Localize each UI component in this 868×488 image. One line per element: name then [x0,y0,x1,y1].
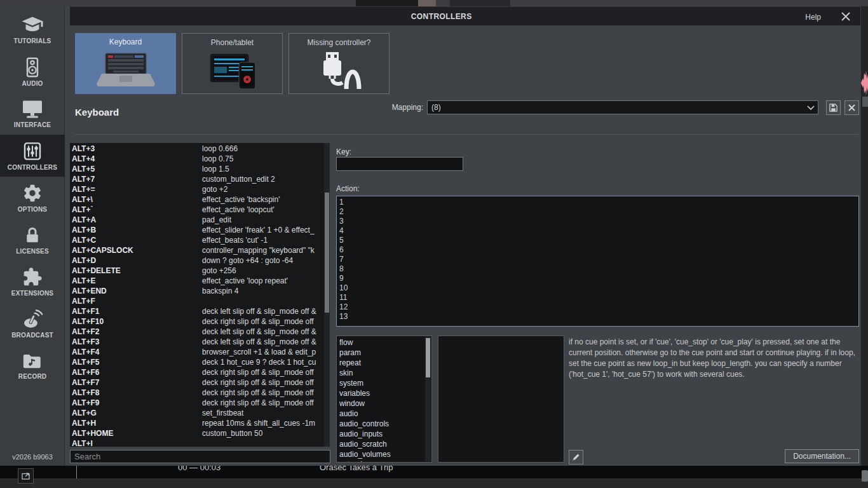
shortcut-row[interactable]: ALT+F4 browser_scroll +1 & load & edit_p [72,347,324,357]
shortcut-row[interactable]: ALT+` effect_active 'loopcut' [72,205,324,215]
shortcut-row[interactable]: ALT+H repeat 10ms & shift_all_cues -1m [72,418,324,428]
shortcut-action: effect_active 'loop repeat' [202,276,288,286]
shortcut-action: effect_slider 'freak' 1 +0 & effect_ [202,225,315,235]
shortcut-row[interactable]: ALT+F8 deck right slip off & slip_mode o… [72,388,324,398]
shortcut-row[interactable]: ALT+3 loop 0.666 [72,144,324,154]
sidebar-item-tutorials[interactable]: TUTORIALS [0,9,65,51]
shortcut-row[interactable]: ALT+F [72,296,324,306]
scrollbar-thumb[interactable] [426,338,430,377]
sidebar-item-record[interactable]: RECORD [0,344,65,386]
shortcut-row[interactable]: ALT+B effect_slider 'freak' 1 +0 & effec… [72,225,324,235]
category-item[interactable]: audio_volumes [339,449,431,459]
sidebar-item-audio[interactable]: AUDIO [0,51,65,93]
shortcut-key: ALT+CAPSLOCK [72,245,202,255]
sidebar-item-extensions[interactable]: EXTENSIONS [0,261,65,302]
shortcut-row[interactable]: ALT+F2 deck left slip off & slip_mode of… [72,327,324,337]
category-item[interactable]: audio [339,409,431,419]
shortcut-key: ALT+C [72,235,202,245]
editor-line-number: 4 [339,226,858,236]
category-item[interactable]: audio_scratch [339,439,431,449]
scrollbar-thumb[interactable] [325,193,329,313]
tab-phone-tablet[interactable]: Phone/tablet [182,33,283,94]
category-item[interactable]: window [339,398,431,409]
shortcut-row[interactable]: ALT+F9 deck right slip off & slip_mode o… [72,398,324,408]
shortcut-action: deck 1 hot_cue 9 ? deck 1 hot_cu [202,357,316,367]
action-sub-list[interactable] [438,336,564,463]
shortcut-row[interactable]: ALT+F1 deck left slip off & slip_mode of… [72,306,324,316]
category-item[interactable]: flow [339,337,431,348]
sidebar-item-licenses[interactable]: LICENSES [0,219,65,261]
shortcut-row[interactable]: ALT+G set_firstbeat [72,408,324,418]
shortcut-key: ALT+= [72,184,202,194]
sidebar-item-label: CONTROLLERS [8,164,57,171]
mixer-faders-icon [22,141,43,161]
category-item[interactable]: param [339,348,431,358]
key-field[interactable] [336,157,463,171]
background-app-top-strip [0,0,868,6]
clipped-time-text: 00 — 00:03 [178,466,270,473]
save-mapping-button[interactable] [826,100,841,115]
shortcut-action: down ? goto +64 : goto -64 [202,255,293,266]
tab-missing-controller[interactable]: Missing controller? [288,33,390,94]
shortcut-row[interactable]: ALT+F7 deck right slip off & slip_mode o… [72,377,324,388]
app-version: v2026 b9063 [0,453,65,461]
shortcut-row[interactable]: ALT+7 custom_button_edit 2 [72,174,324,184]
tab-label: Missing controller? [307,38,370,47]
sidebar-item-controllers[interactable]: CONTROLLERS [0,135,65,177]
help-link[interactable]: Help [805,13,821,22]
documentation-button[interactable]: Documentation... [785,449,859,463]
shortcut-row[interactable]: ALT+4 loop 0.75 [72,154,324,164]
shortcut-list[interactable]: ALT+3 loop 0.666 ALT+4 loop 0.75 ALT+5 l… [70,143,324,447]
shortcut-row[interactable]: ALT+E effect_active 'loop repeat' [72,276,324,286]
shortcut-row[interactable]: ALT+F10 deck right slip off & slip_mode … [72,316,324,327]
editor-line-number: 11 [339,293,858,302]
shortcut-row[interactable]: ALT+HOME custom_button 50 [72,428,324,438]
shortcut-key: ALT+F1 [72,306,202,316]
shortcut-row[interactable]: ALT+= goto +2 [72,184,324,194]
close-icon[interactable] [840,11,851,22]
shortcut-action: browser_scroll +1 & load & edit_p [202,347,316,357]
sidebar-item-broadcast[interactable]: BROADCAST [0,302,65,344]
shortcut-list-scrollbar[interactable] [324,143,330,447]
shortcut-row[interactable]: ALT+F3 deck left slip off & slip_mode of… [72,337,324,347]
category-item[interactable]: variables [339,388,431,398]
sidebar-item-label: OPTIONS [18,206,47,213]
gear-icon [22,183,43,203]
shortcut-row[interactable]: ALT+\ effect_active 'backspin' [72,194,324,205]
shortcut-row[interactable]: ALT+I [72,438,324,447]
edit-action-button[interactable] [569,450,583,464]
shortcut-row[interactable]: ALT+5 loop 1.5 [72,164,324,174]
background-app-right-strip [860,6,868,466]
delete-mapping-button[interactable] [844,100,859,115]
category-item[interactable]: skin [339,368,431,378]
shortcut-row[interactable]: ALT+A pad_edit [72,215,324,225]
category-item[interactable]: audio_inputs [339,429,431,439]
sidebar-item-interface[interactable]: INTERFACE [0,93,65,135]
shortcut-row[interactable]: ALT+C effect_beats 'cut' -1 [72,235,324,245]
shortcut-row[interactable]: ALT+D down ? goto +64 : goto -64 [72,255,324,266]
shortcut-row[interactable]: ALT+DELETE goto +256 [72,266,324,276]
shortcut-action: custom_button 50 [202,428,262,438]
sidebar-item-label: AUDIO [22,80,43,87]
expand-window-button[interactable] [18,468,34,484]
category-item[interactable]: system [339,378,431,388]
category-item[interactable]: repeat [339,358,431,368]
search-input[interactable] [70,450,330,463]
mapping-dropdown[interactable]: (8) [427,100,818,114]
category-item[interactable]: audio_controls [339,419,431,429]
action-category-list[interactable]: flowparamrepeatskinsystemvariableswindow… [336,336,432,463]
shortcut-key: ALT+B [72,225,202,235]
sidebar-item-label: LICENSES [16,248,49,255]
shortcut-key: ALT+G [72,408,202,418]
category-scrollbar[interactable] [425,337,431,461]
shortcut-row[interactable]: ALT+F6 deck right slip off & slip_mode o… [72,367,324,377]
shortcut-row[interactable]: ALT+CAPSLOCK controller_mapping "keyboar… [72,245,324,255]
tab-keyboard[interactable]: Keyboard [75,33,176,94]
action-editor[interactable]: 12345678910111213 [336,196,859,327]
sidebar-item-options[interactable]: OPTIONS [0,177,65,219]
dialog-title: CONTROLLERS [411,12,472,21]
shortcut-row[interactable]: ALT+END backspin 4 [72,286,324,296]
expand-icon [22,472,30,480]
shortcut-row[interactable]: ALT+F5 deck 1 hot_cue 9 ? deck 1 hot_cu [72,357,324,367]
category-item[interactable]: automix [339,459,431,463]
